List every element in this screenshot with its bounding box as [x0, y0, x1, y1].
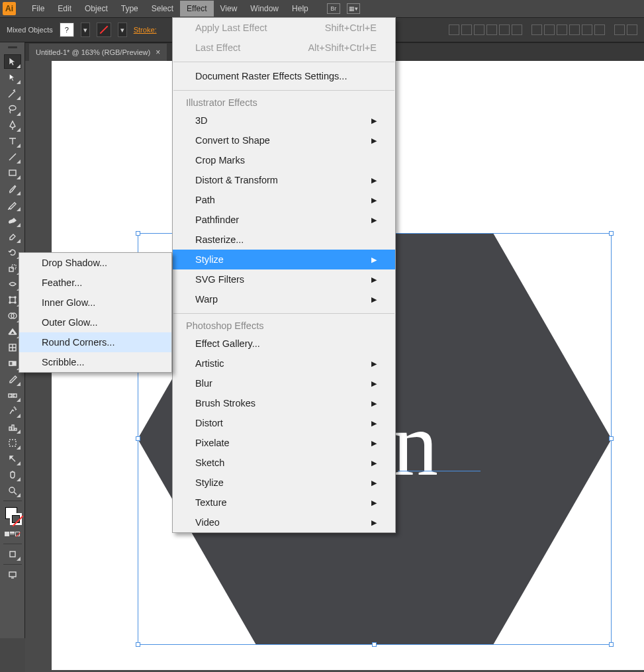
distribute-5-icon[interactable]: [582, 24, 592, 35]
selection-handle[interactable]: [136, 231, 140, 236]
pen-tool[interactable]: [4, 118, 21, 132]
menu-help[interactable]: Help: [285, 1, 315, 17]
direct-selection-tool[interactable]: [4, 70, 21, 85]
menu-stylize[interactable]: Stylize▶: [173, 250, 395, 269]
color-mode-row[interactable]: [4, 526, 21, 541]
distribute-6-icon[interactable]: [594, 24, 605, 35]
fill-dropdown[interactable]: ▾: [81, 23, 90, 37]
svg-rect-16: [11, 394, 14, 397]
menu-pixelate[interactable]: Pixelate▶: [173, 433, 395, 453]
menu-rasterize[interactable]: Rasterize...: [173, 230, 395, 250]
menu-distort[interactable]: Distort▶: [173, 413, 395, 433]
menu-texture[interactable]: Texture▶: [173, 493, 395, 512]
menu-artistic[interactable]: Artistic▶: [173, 354, 395, 373]
blend-tool[interactable]: [4, 388, 21, 403]
menu-view[interactable]: View: [214, 1, 244, 17]
menu-last-effect[interactable]: Last EffectAlt+Shift+Ctrl+E: [173, 38, 395, 58]
align-left-icon[interactable]: [449, 24, 459, 35]
menu-apply-last-effect[interactable]: Apply Last EffectShift+Ctrl+E: [173, 18, 395, 38]
stroke-label[interactable]: Stroke:: [134, 26, 157, 34]
svg-rect-17: [9, 427, 11, 430]
menu-effect-gallery[interactable]: Effect Gallery...: [173, 334, 395, 354]
submenu-drop-shadow[interactable]: Drop Shadow...: [19, 253, 171, 273]
column-graph-tool[interactable]: [4, 420, 21, 434]
selection-handle[interactable]: [372, 642, 377, 647]
submenu-outer-glow[interactable]: Outer Glow...: [19, 312, 171, 332]
fill-stroke-swatches[interactable]: [3, 505, 22, 525]
menubar: Ai File Edit Object Type Select Effect V…: [0, 0, 644, 17]
slice-tool[interactable]: [4, 452, 21, 466]
menu-object[interactable]: Object: [78, 1, 115, 17]
menu-video[interactable]: Video▶: [173, 512, 395, 532]
options-icon[interactable]: [627, 24, 637, 35]
distribute-2-icon[interactable]: [544, 24, 555, 35]
artboard-tool[interactable]: [4, 436, 21, 450]
menu-warp[interactable]: Warp▶: [173, 289, 395, 309]
hand-tool[interactable]: [4, 467, 21, 482]
menu-select[interactable]: Select: [145, 1, 180, 17]
stroke-color-swatch[interactable]: [10, 513, 22, 525]
symbol-sprayer-tool[interactable]: [4, 404, 21, 418]
zoom-tool[interactable]: [4, 483, 21, 498]
eraser-tool[interactable]: [4, 229, 21, 244]
menu-distort-transform[interactable]: Distort & Transform▶: [173, 170, 395, 190]
line-tool[interactable]: [4, 150, 21, 164]
menu-path[interactable]: Path▶: [173, 190, 395, 210]
menu-effect[interactable]: Effect: [180, 1, 213, 17]
menu-file[interactable]: File: [25, 1, 51, 17]
stroke-swatch-control[interactable]: [97, 23, 111, 37]
selection-handle[interactable]: [136, 436, 140, 441]
menu-raster-settings[interactable]: Document Raster Effects Settings...: [173, 66, 395, 86]
drawing-mode[interactable]: [4, 547, 21, 561]
menu-pathfinder[interactable]: Pathfinder▶: [173, 210, 395, 230]
submenu-scribble[interactable]: Scribble...: [19, 352, 171, 372]
submenu-round-corners[interactable]: Round Corners...: [19, 332, 171, 352]
distribute-3-icon[interactable]: [557, 24, 567, 35]
stroke-dropdown[interactable]: ▾: [118, 23, 127, 37]
selection-handle[interactable]: [609, 436, 614, 441]
menu-svg-filters[interactable]: SVG Filters▶: [173, 269, 395, 289]
menu-window[interactable]: Window: [244, 1, 285, 17]
selection-handle[interactable]: [609, 642, 614, 647]
align-bottom-icon[interactable]: [512, 24, 522, 35]
fill-swatch-control[interactable]: ?: [60, 23, 74, 37]
tab-close-icon[interactable]: ×: [156, 48, 160, 57]
align-right-icon[interactable]: [474, 24, 484, 35]
menu-3d[interactable]: 3D▶: [173, 111, 395, 130]
selection-handle[interactable]: [136, 642, 140, 647]
document-tab[interactable]: Untitled-1* @ 163% (RGB/Preview) ×: [29, 44, 167, 61]
menu-crop-marks[interactable]: Crop Marks: [173, 150, 395, 170]
pencil-tool[interactable]: [4, 197, 21, 212]
rectangle-tool[interactable]: [4, 166, 21, 180]
menu-sketch[interactable]: Sketch▶: [173, 453, 395, 473]
selection-handle[interactable]: [609, 231, 614, 236]
eyedropper-tool[interactable]: [4, 372, 21, 387]
menu-blur[interactable]: Blur▶: [173, 373, 395, 393]
magic-wand-tool[interactable]: [4, 86, 21, 101]
distribute-1-icon[interactable]: [531, 24, 542, 35]
align-top-icon[interactable]: [486, 24, 497, 35]
distribute-4-icon[interactable]: [569, 24, 580, 35]
svg-rect-1: [9, 170, 16, 175]
lasso-tool[interactable]: [4, 102, 21, 117]
submenu-inner-glow[interactable]: Inner Glow...: [19, 293, 171, 312]
panel-grip-icon[interactable]: [8, 46, 17, 48]
menu-brush-strokes[interactable]: Brush Strokes▶: [173, 393, 395, 413]
menu-edit[interactable]: Edit: [51, 1, 78, 17]
paintbrush-tool[interactable]: [4, 181, 21, 196]
align-hcenter-icon[interactable]: [461, 24, 472, 35]
blob-brush-tool[interactable]: [4, 213, 21, 228]
menu-ps-stylize[interactable]: Stylize▶: [173, 473, 395, 493]
svg-rect-3: [12, 265, 16, 269]
align-vcenter-icon[interactable]: [499, 24, 510, 35]
submenu-feather[interactable]: Feather...: [19, 273, 171, 293]
bridge-icon[interactable]: Br: [327, 3, 340, 14]
selection-tool[interactable]: [4, 54, 21, 69]
transform-icon[interactable]: [614, 24, 625, 35]
type-tool[interactable]: [4, 134, 21, 148]
menu-convert-to-shape[interactable]: Convert to Shape▶: [173, 130, 395, 150]
menu-type[interactable]: Type: [115, 1, 145, 17]
arrange-docs-icon[interactable]: ▦▾: [347, 3, 360, 14]
screen-mode[interactable]: [4, 567, 21, 582]
svg-point-21: [9, 487, 15, 493]
